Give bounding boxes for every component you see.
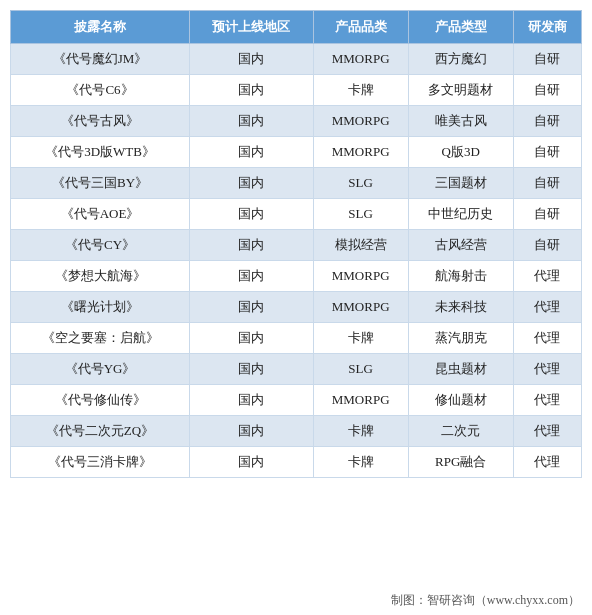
table-cell: 《曙光计划》: [11, 292, 190, 323]
table-cell: 西方魔幻: [408, 44, 513, 75]
table-row: 《代号二次元ZQ》国内卡牌二次元代理: [11, 416, 582, 447]
table-cell: Q版3D: [408, 137, 513, 168]
table-row: 《代号修仙传》国内MMORPG修仙题材代理: [11, 385, 582, 416]
table-cell: 国内: [190, 168, 314, 199]
table-cell: 国内: [190, 292, 314, 323]
table-row: 《代号三国BY》国内SLG三国题材自研: [11, 168, 582, 199]
table-cell: 《代号三消卡牌》: [11, 447, 190, 478]
table-cell: 多文明题材: [408, 75, 513, 106]
table-cell: 代理: [513, 261, 581, 292]
table-cell: 《代号C6》: [11, 75, 190, 106]
table-cell: 代理: [513, 385, 581, 416]
table-cell: MMORPG: [313, 44, 408, 75]
table-row: 《代号三消卡牌》国内卡牌RPG融合代理: [11, 447, 582, 478]
table-row: 《梦想大航海》国内MMORPG航海射击代理: [11, 261, 582, 292]
table-cell: 自研: [513, 230, 581, 261]
table-cell: 国内: [190, 323, 314, 354]
table-cell: 卡牌: [313, 75, 408, 106]
table-row: 《代号AOE》国内SLG中世纪历史自研: [11, 199, 582, 230]
table-row: 《代号魔幻JM》国内MMORPG西方魔幻自研: [11, 44, 582, 75]
table-cell: 代理: [513, 416, 581, 447]
table-cell: 国内: [190, 106, 314, 137]
table-cell: 卡牌: [313, 323, 408, 354]
table-cell: 航海射击: [408, 261, 513, 292]
table-header-cell: 披露名称: [11, 11, 190, 44]
table-cell: MMORPG: [313, 137, 408, 168]
table-cell: 国内: [190, 416, 314, 447]
table-cell: RPG融合: [408, 447, 513, 478]
table-cell: MMORPG: [313, 385, 408, 416]
table-cell: 《代号AOE》: [11, 199, 190, 230]
table-cell: 二次元: [408, 416, 513, 447]
table-header-cell: 产品品类: [313, 11, 408, 44]
table-header-cell: 产品类型: [408, 11, 513, 44]
table-cell: 古风经营: [408, 230, 513, 261]
table-header-row: 披露名称预计上线地区产品品类产品类型研发商: [11, 11, 582, 44]
footer-text: 制图：智研咨询（www.chyxx.com）: [10, 592, 582, 609]
table-cell: 卡牌: [313, 416, 408, 447]
table-cell: 国内: [190, 230, 314, 261]
table-row: 《空之要塞：启航》国内卡牌蒸汽朋克代理: [11, 323, 582, 354]
table-cell: 《代号修仙传》: [11, 385, 190, 416]
table-cell: 国内: [190, 137, 314, 168]
table-cell: 代理: [513, 323, 581, 354]
main-table-container: 披露名称预计上线地区产品品类产品类型研发商 《代号魔幻JM》国内MMORPG西方…: [10, 10, 582, 586]
table-cell: 唯美古风: [408, 106, 513, 137]
table-cell: 蒸汽朋克: [408, 323, 513, 354]
table-cell: SLG: [313, 168, 408, 199]
table-cell: 国内: [190, 199, 314, 230]
table-cell: 国内: [190, 261, 314, 292]
table-cell: 三国题材: [408, 168, 513, 199]
table-cell: 昆虫题材: [408, 354, 513, 385]
table-cell: 国内: [190, 447, 314, 478]
table-cell: SLG: [313, 199, 408, 230]
table-row: 《曙光计划》国内MMORPG未来科技代理: [11, 292, 582, 323]
table-cell: SLG: [313, 354, 408, 385]
table-cell: 《代号古风》: [11, 106, 190, 137]
table-row: 《代号古风》国内MMORPG唯美古风自研: [11, 106, 582, 137]
table-cell: 自研: [513, 106, 581, 137]
table-cell: 《空之要塞：启航》: [11, 323, 190, 354]
table-cell: 未来科技: [408, 292, 513, 323]
table-cell: 修仙题材: [408, 385, 513, 416]
table-header-cell: 研发商: [513, 11, 581, 44]
table-row: 《代号YG》国内SLG昆虫题材代理: [11, 354, 582, 385]
table-cell: 国内: [190, 354, 314, 385]
table-cell: 自研: [513, 44, 581, 75]
table-row: 《代号CY》国内模拟经营古风经营自研: [11, 230, 582, 261]
table-cell: 《代号二次元ZQ》: [11, 416, 190, 447]
table-cell: MMORPG: [313, 292, 408, 323]
table-cell: 卡牌: [313, 447, 408, 478]
table-header-cell: 预计上线地区: [190, 11, 314, 44]
table-cell: 模拟经营: [313, 230, 408, 261]
table-cell: 代理: [513, 292, 581, 323]
table-cell: 国内: [190, 75, 314, 106]
table-cell: 自研: [513, 75, 581, 106]
table-row: 《代号C6》国内卡牌多文明题材自研: [11, 75, 582, 106]
table-cell: MMORPG: [313, 106, 408, 137]
table-cell: 《代号YG》: [11, 354, 190, 385]
table-cell: 《梦想大航海》: [11, 261, 190, 292]
table-cell: 《代号CY》: [11, 230, 190, 261]
table-cell: 代理: [513, 354, 581, 385]
table-cell: 自研: [513, 137, 581, 168]
table-cell: 自研: [513, 168, 581, 199]
table-cell: MMORPG: [313, 261, 408, 292]
table-cell: 《代号三国BY》: [11, 168, 190, 199]
table-cell: 自研: [513, 199, 581, 230]
data-table: 披露名称预计上线地区产品品类产品类型研发商 《代号魔幻JM》国内MMORPG西方…: [10, 10, 582, 478]
table-cell: 中世纪历史: [408, 199, 513, 230]
table-cell: 国内: [190, 44, 314, 75]
table-row: 《代号3D版WTB》国内MMORPGQ版3D自研: [11, 137, 582, 168]
table-cell: 《代号3D版WTB》: [11, 137, 190, 168]
table-cell: 代理: [513, 447, 581, 478]
table-cell: 《代号魔幻JM》: [11, 44, 190, 75]
table-cell: 国内: [190, 385, 314, 416]
